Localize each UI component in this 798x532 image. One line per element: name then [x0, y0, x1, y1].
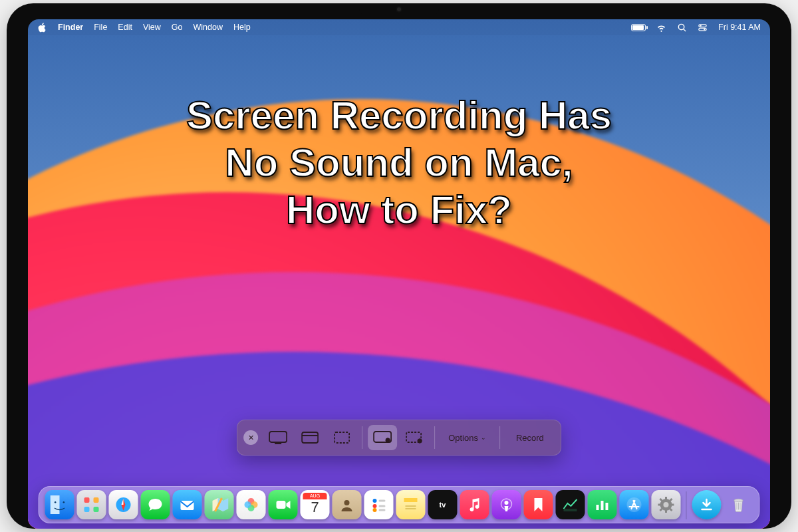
app-name[interactable]: Finder	[58, 23, 83, 32]
svg-line-61	[670, 499, 672, 501]
dock-podcasts[interactable]	[492, 490, 521, 519]
svg-point-0	[678, 24, 684, 29]
svg-rect-33	[277, 501, 286, 509]
svg-point-16	[55, 501, 57, 503]
calendar-month-label: AUG	[303, 493, 327, 499]
svg-rect-39	[379, 505, 386, 507]
menu-bar: Finder File Edit View Go Window Help Fri…	[28, 19, 770, 35]
screenshot-options-menu[interactable]: Options ⌄	[440, 425, 494, 450]
svg-point-35	[344, 500, 350, 505]
svg-rect-41	[379, 509, 386, 511]
dock-maps[interactable]	[205, 490, 234, 519]
desktop-screen: Finder File Edit View Go Window Help Fri…	[28, 19, 770, 529]
dock-reminders[interactable]	[364, 490, 394, 519]
svg-rect-8	[302, 432, 318, 443]
svg-point-46	[505, 501, 509, 505]
record-selection-button[interactable]	[400, 425, 429, 450]
dock-messages[interactable]	[141, 490, 170, 519]
svg-text:tv: tv	[440, 501, 447, 509]
dock-system-preferences[interactable]	[652, 490, 681, 519]
screenshot-close-button[interactable]: ✕	[243, 430, 258, 445]
dock-stocks[interactable]	[556, 490, 585, 519]
laptop-frame: Finder File Edit View Go Window Help Fri…	[7, 3, 791, 529]
screenshot-record-button[interactable]: Record	[505, 425, 555, 450]
dock-safari[interactable]	[109, 490, 138, 519]
svg-rect-42	[404, 498, 418, 502]
record-label: Record	[516, 433, 544, 443]
dock-tv[interactable]: tv	[428, 490, 458, 519]
dock-trash[interactable]	[724, 490, 753, 519]
dock-mail[interactable]	[173, 490, 202, 519]
apple-menu-icon[interactable]	[37, 23, 47, 33]
dock-music[interactable]	[460, 490, 489, 519]
svg-point-36	[373, 499, 377, 503]
menu-go[interactable]: Go	[172, 23, 183, 32]
svg-point-14	[418, 439, 422, 443]
svg-point-52	[627, 497, 642, 512]
dock-downloads[interactable]	[692, 490, 722, 519]
svg-rect-15	[51, 495, 60, 514]
svg-rect-48	[564, 509, 577, 511]
svg-line-1	[684, 29, 686, 31]
svg-rect-21	[94, 507, 99, 512]
svg-marker-34	[287, 501, 291, 509]
control-center-icon[interactable]	[698, 23, 708, 33]
svg-point-54	[664, 502, 669, 507]
svg-point-5	[704, 29, 705, 30]
record-entire-screen-button[interactable]	[368, 425, 397, 450]
svg-line-60	[670, 509, 672, 511]
svg-rect-51	[606, 503, 608, 510]
svg-rect-6	[269, 432, 287, 442]
wifi-icon[interactable]	[656, 23, 666, 33]
menu-help[interactable]: Help	[233, 23, 251, 32]
chevron-down-icon: ⌄	[481, 434, 486, 441]
battery-icon[interactable]	[631, 24, 646, 31]
svg-rect-10	[334, 432, 349, 443]
menu-edit[interactable]: Edit	[118, 23, 132, 32]
capture-entire-screen-button[interactable]	[263, 425, 293, 450]
dock-separator	[686, 491, 687, 519]
dock-numbers[interactable]	[588, 490, 617, 519]
camera-notch	[359, 3, 439, 15]
dock-notes[interactable]	[396, 490, 426, 519]
svg-point-17	[63, 501, 65, 503]
screenshot-toolbar: ✕ Options ⌄ Record	[237, 420, 561, 456]
menu-window[interactable]: Window	[193, 23, 222, 32]
capture-selection-button[interactable]	[327, 425, 356, 450]
svg-point-40	[373, 508, 377, 512]
svg-rect-37	[379, 500, 386, 502]
dock: AUG 7 tv	[39, 486, 760, 523]
svg-rect-50	[601, 501, 604, 510]
calendar-day-label: 7	[311, 499, 319, 516]
dock-news[interactable]	[524, 490, 553, 519]
dock-finder[interactable]	[45, 490, 74, 519]
svg-point-38	[373, 504, 377, 508]
svg-line-59	[660, 499, 662, 501]
svg-line-62	[660, 509, 662, 511]
menubar-clock[interactable]: Fri 9:41 AM	[718, 23, 761, 32]
menu-view[interactable]: View	[143, 23, 161, 32]
options-label: Options	[448, 433, 478, 443]
dock-calendar[interactable]: AUG 7	[301, 490, 330, 519]
svg-rect-18	[84, 497, 90, 503]
svg-point-64	[734, 499, 743, 501]
svg-point-3	[700, 25, 702, 26]
dock-facetime[interactable]	[269, 490, 298, 519]
spotlight-icon[interactable]	[677, 23, 687, 33]
svg-point-12	[386, 438, 390, 442]
svg-rect-20	[84, 507, 90, 512]
svg-rect-25	[181, 501, 194, 510]
capture-window-button[interactable]	[295, 425, 325, 450]
dock-launchpad[interactable]	[77, 490, 106, 519]
dock-photos[interactable]	[237, 490, 266, 519]
dock-appstore[interactable]	[620, 490, 649, 519]
dock-contacts[interactable]	[332, 490, 362, 519]
svg-rect-19	[94, 497, 99, 503]
svg-point-32	[245, 501, 251, 508]
menu-file[interactable]: File	[94, 23, 107, 32]
svg-rect-49	[597, 505, 599, 510]
